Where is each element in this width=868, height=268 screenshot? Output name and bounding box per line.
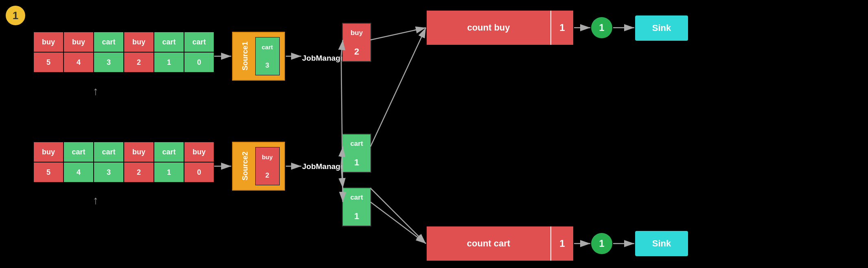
top-cell-5-value: 0: [184, 52, 214, 72]
svg-line-11: [370, 202, 426, 244]
bottom-cell-3-value: 2: [124, 162, 154, 182]
top-cell-4-label: cart: [154, 32, 184, 52]
source1-box: Source1 cart 3: [232, 32, 285, 81]
source1-item: cart 3: [255, 37, 280, 75]
bottom-cell-1-label: cart: [64, 142, 94, 162]
count-cart-value: 1: [550, 226, 573, 261]
count-buy-box: count buy 1: [427, 11, 573, 45]
top-cell-3-value: 2: [124, 52, 154, 72]
top-array-pointer: ↑: [93, 85, 99, 98]
job-manager-top: JobManager: [302, 54, 348, 63]
top-array-values: 5 4 3 2 1 0: [33, 52, 214, 72]
green-circle-top: 1: [591, 17, 612, 38]
svg-line-9: [370, 28, 426, 40]
svg-line-12: [370, 188, 426, 244]
incoming-cart-1: cart 1: [342, 134, 371, 173]
bottom-array-values: 5 4 3 2 1 0: [33, 162, 214, 182]
top-cell-0-label: buy: [33, 32, 64, 52]
bottom-cell-5-value: 0: [184, 162, 214, 182]
top-cell-0-value: 5: [33, 52, 64, 72]
source1-label: Source1: [238, 40, 253, 72]
incoming-buy-top: buy 2: [342, 23, 371, 62]
bottom-cell-1-value: 4: [64, 162, 94, 182]
incoming-buy-top-label: buy: [343, 24, 370, 42]
incoming-cart-2: cart 1: [342, 187, 371, 226]
bottom-array-pointer: ↑: [93, 194, 99, 207]
top-data-array: buy buy cart buy cart cart 5 4 3 2 1 0: [33, 32, 214, 72]
green-circle-bottom: 1: [591, 233, 612, 254]
incoming-cart-1-label: cart: [343, 134, 370, 153]
top-cell-5-label: cart: [184, 32, 214, 52]
source2-box: Source2 buy 2: [232, 142, 285, 191]
bottom-cell-0-label: buy: [33, 142, 64, 162]
top-cell-1-label: buy: [64, 32, 94, 52]
bottom-cell-3-label: buy: [124, 142, 154, 162]
source2-label: Source2: [238, 150, 253, 182]
top-cell-3-label: buy: [124, 32, 154, 52]
top-cell-4-value: 1: [154, 52, 184, 72]
bottom-cell-2-label: cart: [94, 142, 124, 162]
bottom-cell-0-value: 5: [33, 162, 64, 182]
job-manager-bottom: JobManager: [302, 162, 348, 171]
svg-line-6: [341, 56, 343, 202]
bottom-cell-2-value: 3: [94, 162, 124, 182]
bottom-cell-4-value: 1: [154, 162, 184, 182]
top-array-labels: buy buy cart buy cart cart: [33, 32, 214, 52]
count-cart-label: count cart: [461, 238, 516, 249]
svg-line-10: [370, 28, 426, 147]
bottom-data-array: buy cart cart buy cart buy 5 4 3 2 1 0: [33, 142, 214, 182]
top-cell-1-value: 4: [64, 52, 94, 72]
source2-item-value: 2: [256, 166, 279, 185]
sink-bottom-label: Sink: [652, 238, 671, 249]
count-cart-box: count cart 1: [427, 226, 573, 261]
source2-item: buy 2: [255, 147, 280, 185]
top-cell-2-value: 3: [94, 52, 124, 72]
count-buy-value: 1: [550, 11, 573, 45]
incoming-cart-1-value: 1: [343, 153, 370, 172]
source2-item-label: buy: [256, 147, 279, 166]
sink-top-label: Sink: [652, 23, 671, 33]
step-badge: 1: [6, 6, 25, 25]
source1-item-value: 3: [256, 56, 279, 75]
sink-bottom: Sink: [635, 231, 688, 256]
bottom-array-labels: buy cart cart buy cart buy: [33, 142, 214, 162]
top-cell-2-label: cart: [94, 32, 124, 52]
sink-top: Sink: [635, 15, 688, 41]
incoming-cart-2-value: 1: [343, 207, 370, 226]
bottom-cell-4-label: cart: [154, 142, 184, 162]
bottom-cell-5-label: buy: [184, 142, 214, 162]
incoming-cart-2-label: cart: [343, 188, 370, 207]
source1-item-label: cart: [256, 37, 279, 56]
incoming-buy-top-value: 2: [343, 42, 370, 61]
count-buy-label: count buy: [461, 22, 515, 33]
